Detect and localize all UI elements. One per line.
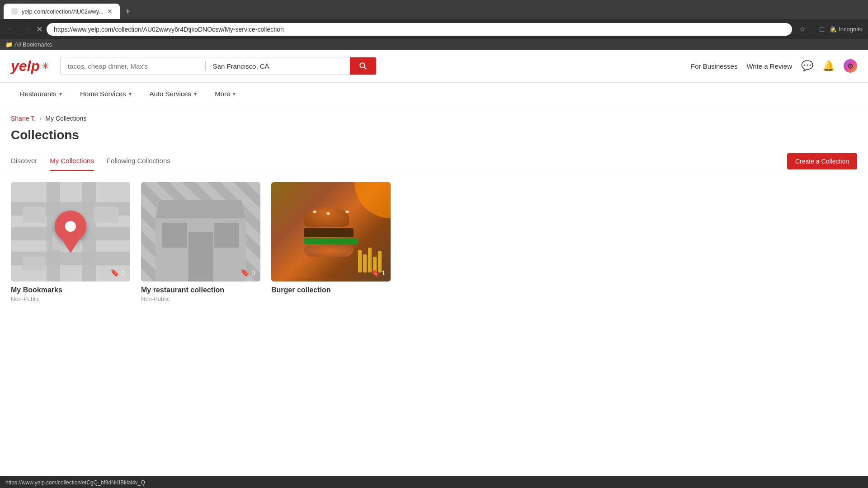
tab-my-collections-label: My Collections: [50, 157, 94, 164]
collection-thumbnail-burger: 🔖 1: [271, 182, 391, 282]
collection-privacy: Non-Public: [11, 296, 130, 302]
collection-privacy: Non-Public: [141, 296, 260, 302]
tab-discover[interactable]: Discover: [11, 151, 37, 171]
notifications-icon[interactable]: 🔔: [822, 60, 835, 72]
url-input[interactable]: [47, 23, 792, 36]
nav-more[interactable]: More ▾: [206, 83, 245, 105]
breadcrumb: Shane T. › My Collections: [0, 105, 868, 126]
nav-home-services-label: Home Services: [80, 90, 126, 98]
nav-auto-services-label: Auto Services: [150, 90, 192, 98]
tab-title: yelp.com/collection/AU02wwy...: [22, 8, 104, 15]
yelp-burst-icon: ✳: [42, 61, 49, 71]
collection-title: My Bookmarks: [11, 286, 130, 294]
address-bar: ← → ✕ ☆ □ 🕵 Incognito: [0, 19, 868, 39]
burger-thumbnail: [271, 182, 391, 282]
collection-thumbnail-bookmarks: 🔖 0: [11, 182, 130, 282]
tab-following-collections-label: Following Collections: [107, 157, 170, 164]
yelp-logo[interactable]: yelp ✳: [11, 58, 49, 75]
collection-count: 🔖 0: [110, 268, 125, 277]
tab-close-button[interactable]: ✕: [107, 8, 113, 15]
map-thumbnail: [11, 182, 130, 282]
bookmark-count-icon: 🔖: [110, 268, 119, 277]
nav-home-services-chevron: ▾: [129, 91, 132, 97]
count-value: 1: [382, 269, 385, 277]
tab-following-collections[interactable]: Following Collections: [107, 151, 170, 171]
header-actions: For Businesses Write a Review 💬 🔔 ⚙: [691, 59, 857, 73]
burger-visual: [304, 207, 358, 257]
tab-my-collections[interactable]: My Collections: [50, 151, 94, 171]
new-tab-button[interactable]: +: [122, 6, 134, 17]
nav-auto-services-chevron: ▾: [194, 91, 197, 97]
active-tab[interactable]: yelp.com/collection/AU02wwy... ✕: [4, 4, 120, 19]
write-review-link[interactable]: Write a Review: [746, 62, 792, 70]
forward-button[interactable]: →: [21, 23, 33, 36]
tab-bar: yelp.com/collection/AU02wwy... ✕ +: [0, 0, 868, 19]
nav-restaurants[interactable]: Restaurants ▾: [11, 83, 71, 105]
nav-more-label: More: [215, 90, 230, 98]
main-nav: Restaurants ▾ Home Services ▾ Auto Servi…: [0, 83, 868, 105]
site-header: yelp ✳ For Businesses Write a Review 💬 🔔…: [0, 50, 868, 83]
bookmark-button[interactable]: ☆: [796, 23, 809, 35]
nav-auto-services[interactable]: Auto Services ▾: [141, 83, 206, 105]
collection-card[interactable]: 🔖 0 My restaurant collection Non-Public: [141, 182, 260, 302]
collection-card[interactable]: 🔖 1 Burger collection: [271, 182, 391, 302]
breadcrumb-current: My Collections: [45, 115, 86, 122]
collection-title: Burger collection: [271, 286, 391, 294]
loading-indicator: ✕: [36, 24, 43, 34]
nav-home-services[interactable]: Home Services ▾: [71, 83, 141, 105]
incognito-button[interactable]: 🕵 Incognito: [830, 26, 863, 33]
burger-accent: [354, 182, 391, 218]
page-content: yelp ✳ For Businesses Write a Review 💬 🔔…: [0, 50, 868, 456]
back-button[interactable]: ←: [5, 23, 17, 36]
bookmarks-folder-icon: 📁: [5, 41, 13, 48]
search-button[interactable]: [350, 57, 376, 75]
nav-more-chevron: ▾: [233, 91, 236, 97]
user-menu-button[interactable]: ⚙: [844, 59, 857, 73]
map-pin-icon: [55, 211, 86, 253]
tab-discover-label: Discover: [11, 157, 37, 164]
page-title: Collections: [0, 126, 868, 151]
messages-icon[interactable]: 💬: [801, 60, 813, 72]
tab-favicon: [11, 8, 18, 15]
browser-right-actions: □ 🕵 Incognito: [816, 23, 863, 35]
search-icon: [359, 62, 367, 70]
breadcrumb-separator: ›: [39, 114, 42, 122]
for-businesses-link[interactable]: For Businesses: [691, 62, 737, 70]
create-collection-button[interactable]: Create a Collection: [787, 153, 857, 169]
bookmark-count-icon: 🔖: [371, 268, 380, 277]
nav-items: Restaurants ▾ Home Services ▾ Auto Servi…: [11, 83, 857, 105]
collection-count: 🔖 0: [241, 268, 255, 277]
incognito-icon: 🕵: [830, 26, 837, 33]
tabs-container: Discover My Collections Following Collec…: [0, 151, 868, 171]
yelp-logo-text: yelp: [11, 58, 40, 75]
search-input[interactable]: [61, 57, 205, 75]
collection-card[interactable]: 🔖 0 My Bookmarks Non-Public: [11, 182, 130, 302]
nav-restaurants-chevron: ▾: [59, 91, 62, 97]
collection-title: My restaurant collection: [141, 286, 260, 294]
count-value: 0: [121, 269, 125, 277]
incognito-label: Incognito: [839, 26, 863, 33]
storefront-thumbnail: [141, 182, 260, 282]
collection-thumbnail-restaurant: 🔖 0: [141, 182, 260, 282]
location-input[interactable]: [206, 57, 350, 75]
all-bookmarks-item[interactable]: 📁 All Bookmarks: [5, 41, 52, 48]
collection-count: 🔖 1: [371, 268, 385, 277]
nav-restaurants-label: Restaurants: [20, 90, 57, 98]
breadcrumb-user-link[interactable]: Shane T.: [11, 115, 36, 122]
bookmark-count-icon: 🔖: [241, 268, 250, 277]
collections-grid: 🔖 0 My Bookmarks Non-Public: [0, 182, 868, 302]
user-settings-icon: ⚙: [847, 62, 854, 70]
bookmarks-bar: 📁 All Bookmarks: [0, 39, 868, 50]
profile-button[interactable]: □: [816, 23, 828, 35]
all-bookmarks-label: All Bookmarks: [14, 41, 52, 48]
search-bar: [60, 57, 377, 75]
count-value: 0: [251, 269, 255, 277]
